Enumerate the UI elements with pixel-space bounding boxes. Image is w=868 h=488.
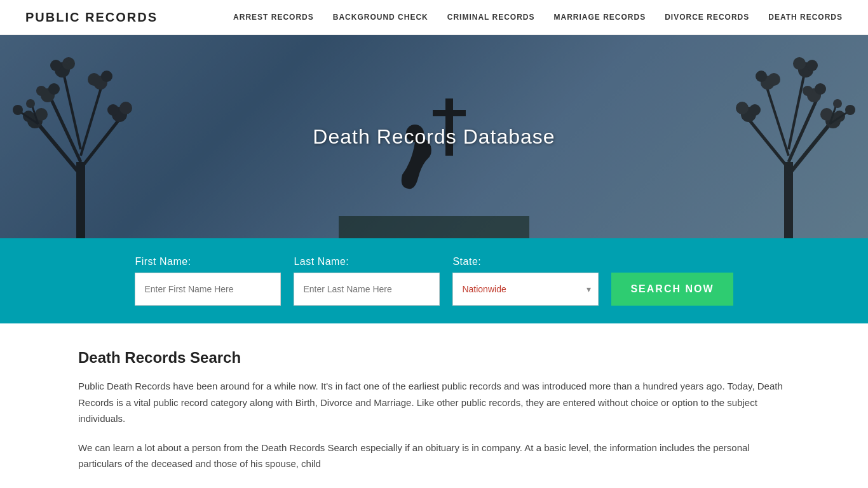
- nav-item-death-records[interactable]: DEATH RECORDS: [768, 13, 843, 22]
- last-name-label: Last Name:: [294, 256, 349, 268]
- svg-point-16: [101, 71, 112, 82]
- svg-point-13: [119, 102, 132, 114]
- nav-item-criminal-records[interactable]: CRIMINAL RECORDS: [447, 13, 535, 22]
- hero-tree-right: [677, 35, 868, 238]
- svg-point-11: [36, 86, 46, 96]
- search-button[interactable]: SEARCH NOW: [611, 273, 733, 306]
- content-paragraph-1: Public Death Records have been around fo…: [78, 378, 790, 427]
- svg-point-48: [845, 105, 855, 115]
- svg-point-14: [107, 104, 119, 116]
- site-header: PUBLIC RECORDS ARREST RECORDSBACKGROUND …: [0, 0, 868, 35]
- first-name-field-group: First Name:: [135, 256, 281, 306]
- svg-point-49: [833, 99, 842, 108]
- state-label: State:: [452, 256, 481, 268]
- state-select-wrapper: NationwideAlabamaAlaskaArizonaArkansasCa…: [452, 273, 599, 306]
- svg-point-44: [793, 57, 806, 70]
- svg-line-5: [64, 73, 81, 149]
- main-content: Death Records Search Public Death Record…: [40, 323, 828, 488]
- svg-point-45: [806, 60, 818, 71]
- svg-point-35: [815, 83, 826, 95]
- hero-title: Death Records Database: [313, 125, 555, 149]
- site-logo: PUBLIC RECORDS: [25, 10, 158, 25]
- nav-item-arrest-records[interactable]: ARREST RECORDS: [233, 13, 314, 22]
- svg-point-42: [768, 73, 780, 86]
- content-heading: Death Records Search: [78, 349, 790, 367]
- svg-point-39: [749, 104, 761, 116]
- last-name-input[interactable]: [294, 273, 440, 306]
- content-paragraph-2: We can learn a lot about a person from t…: [78, 440, 790, 472]
- first-name-label: First Name:: [135, 256, 191, 268]
- state-field-group: State: NationwideAlabamaAlaskaArizonaArk…: [452, 256, 599, 306]
- svg-line-3: [81, 118, 121, 168]
- svg-point-17: [88, 73, 100, 86]
- svg-point-41: [756, 71, 767, 82]
- svg-point-10: [48, 83, 60, 95]
- svg-point-20: [50, 60, 62, 71]
- svg-rect-53: [339, 216, 529, 238]
- hero-tree-left: [0, 35, 191, 238]
- svg-line-30: [789, 73, 804, 149]
- svg-line-28: [747, 118, 789, 168]
- state-select[interactable]: NationwideAlabamaAlaskaArizonaArkansasCa…: [452, 273, 599, 306]
- nav-item-divorce-records[interactable]: DIVORCE RECORDS: [665, 13, 749, 22]
- svg-point-24: [26, 99, 35, 108]
- nav-item-marriage-records[interactable]: MARRIAGE RECORDS: [554, 13, 646, 22]
- svg-point-36: [803, 86, 813, 96]
- hero-content: Death Records Database: [313, 125, 555, 149]
- svg-point-23: [13, 105, 23, 115]
- nav-item-background-check[interactable]: BACKGROUND CHECK: [333, 13, 428, 22]
- svg-point-38: [736, 102, 749, 114]
- svg-rect-51: [433, 110, 466, 116]
- last-name-field-group: Last Name:: [294, 256, 440, 306]
- main-nav: ARREST RECORDSBACKGROUND CHECKCRIMINAL R…: [233, 13, 843, 22]
- hero-section: Death Records Database: [0, 35, 868, 238]
- search-section: First Name: Last Name: State: Nationwide…: [0, 238, 868, 323]
- svg-point-19: [62, 57, 75, 70]
- first-name-input[interactable]: [135, 273, 281, 306]
